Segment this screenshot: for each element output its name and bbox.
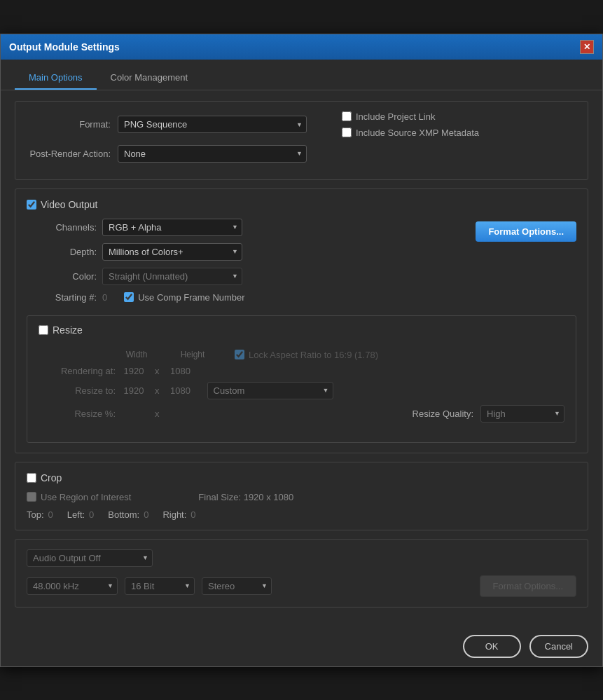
top-coord: Top: 0 bbox=[27, 509, 53, 520]
include-project-link-label[interactable]: Include Project Link bbox=[342, 111, 479, 122]
lock-aspect-row: Lock Aspect Ratio to 16:9 (1.78) bbox=[235, 350, 564, 360]
resize-to-height: 1080 bbox=[167, 385, 195, 396]
crop-coords: Top: 0 Left: 0 Bottom: 0 Right: 0 bbox=[27, 509, 576, 520]
resize-grid: Width Height Lock Aspect Ratio to 16:9 (… bbox=[39, 344, 564, 434]
close-button[interactable]: ✕ bbox=[580, 40, 594, 54]
depth-label: Depth: bbox=[27, 247, 97, 257]
sample-rate-select[interactable]: 48.000 kHz bbox=[27, 577, 118, 595]
lock-aspect-checkbox[interactable] bbox=[235, 350, 244, 359]
use-roi-label[interactable]: Use Region of Interest bbox=[27, 492, 131, 502]
resize-header-row: Width Height Lock Aspect Ratio to 16:9 (… bbox=[39, 350, 564, 360]
color-select-wrapper: Straight (Unmatted) bbox=[102, 268, 242, 285]
format-options-button[interactable]: Format Options... bbox=[476, 221, 576, 242]
use-roi-checkbox[interactable] bbox=[27, 492, 36, 502]
rendering-at-row: Rendering at: 1920 x 1080 bbox=[39, 366, 564, 376]
final-size-text: Final Size: 1920 x 1080 bbox=[198, 492, 293, 502]
right-coord: Right: 0 bbox=[162, 509, 195, 520]
lock-aspect-text: Lock Aspect Ratio to 16:9 (1.78) bbox=[249, 350, 378, 360]
bottom-value: 0 bbox=[144, 509, 148, 520]
use-comp-frame-label[interactable]: Use Comp Frame Number bbox=[124, 292, 244, 303]
tab-main-options[interactable]: Main Options bbox=[15, 67, 97, 90]
sample-rate-wrapper: 48.000 kHz bbox=[27, 577, 118, 595]
channels-select-wrapper: RGB + Alpha bbox=[102, 219, 242, 236]
video-output-label: Video Output bbox=[41, 199, 97, 210]
video-output-checkbox-label[interactable]: Video Output bbox=[27, 199, 97, 210]
format-options-area: Format Options... bbox=[476, 219, 576, 242]
crop-checkbox[interactable] bbox=[27, 473, 36, 483]
channels-label: Channels: bbox=[27, 222, 97, 233]
audio-section: Audio Output Off 48.000 kHz 16 Bit bbox=[15, 539, 588, 608]
audio-format-options-button[interactable]: Format Options... bbox=[480, 575, 576, 597]
resize-custom-wrapper: Custom bbox=[207, 382, 333, 399]
include-source-xmp-label[interactable]: Include Source XMP Metadata bbox=[342, 128, 479, 138]
crop-header: Crop bbox=[27, 472, 576, 483]
lock-aspect-label[interactable]: Lock Aspect Ratio to 16:9 (1.78) bbox=[235, 350, 378, 360]
width-header: Width bbox=[116, 350, 158, 359]
resize-quality-select[interactable]: High bbox=[480, 405, 564, 423]
format-label: Format: bbox=[27, 119, 111, 130]
video-output-section: Video Output Channels: RGB + Alpha Dep bbox=[15, 188, 588, 453]
resize-to-width: 1920 bbox=[120, 385, 148, 396]
format-select[interactable]: PNG Sequence bbox=[118, 116, 307, 133]
video-fields: Channels: RGB + Alpha Depth: Millions of… bbox=[27, 219, 245, 310]
crop-label: Crop bbox=[41, 472, 62, 483]
resize-quality-row: Resize Quality: High bbox=[167, 405, 565, 423]
output-module-settings-dialog: Output Module Settings ✕ Main Options Co… bbox=[0, 34, 603, 667]
include-source-xmp-checkbox[interactable] bbox=[342, 128, 352, 137]
resize-custom-select[interactable]: Custom bbox=[207, 382, 333, 399]
tab-color-management[interactable]: Color Management bbox=[97, 67, 202, 90]
top-label: Top: bbox=[27, 509, 44, 520]
post-render-select[interactable]: None bbox=[118, 145, 307, 163]
audio-row1: Audio Output Off bbox=[27, 549, 576, 567]
resize-to-row: Resize to: 1920 x 1080 Custom bbox=[39, 382, 564, 399]
audio-channels-select[interactable]: Stereo bbox=[202, 577, 272, 595]
resize-percent-row: Resize %: x Resize Quality: High bbox=[39, 405, 564, 423]
title-bar: Output Module Settings ✕ bbox=[1, 34, 602, 60]
audio-row2: 48.000 kHz 16 Bit Stereo Format Options.… bbox=[27, 575, 576, 597]
dialog-body: Format: PNG Sequence Include Project Lin… bbox=[1, 90, 602, 626]
post-render-select-wrapper: None bbox=[118, 145, 307, 163]
resize-checkbox-label[interactable]: Resize bbox=[39, 324, 83, 336]
use-comp-frame-checkbox[interactable] bbox=[124, 292, 134, 302]
cancel-button[interactable]: Cancel bbox=[529, 635, 588, 658]
bit-depth-wrapper: 16 Bit bbox=[125, 577, 195, 595]
rendering-at-label: Rendering at: bbox=[39, 366, 116, 376]
starting-num-value: 0 bbox=[102, 292, 107, 303]
ok-button[interactable]: OK bbox=[463, 635, 521, 658]
right-label: Right: bbox=[162, 509, 186, 520]
resize-header: Resize bbox=[39, 324, 564, 336]
channels-select[interactable]: RGB + Alpha bbox=[102, 219, 242, 236]
bottom-coord: Bottom: 0 bbox=[108, 509, 148, 520]
audio-format-options-area: Format Options... bbox=[279, 575, 576, 597]
audio-output-wrapper: Audio Output Off bbox=[27, 549, 153, 567]
depth-select[interactable]: Millions of Colors+ bbox=[102, 243, 242, 261]
dialog-title: Output Module Settings bbox=[9, 41, 120, 53]
bottom-buttons: OK Cancel bbox=[1, 626, 602, 666]
crop-sub-row: Use Region of Interest Final Size: 1920 … bbox=[27, 492, 576, 502]
video-output-checkbox[interactable] bbox=[27, 200, 36, 210]
resize-percent-label: Resize %: bbox=[39, 409, 116, 419]
right-checks: Include Project Link Include Source XMP … bbox=[342, 111, 479, 138]
bit-depth-select[interactable]: 16 Bit bbox=[125, 577, 195, 595]
audio-output-select[interactable]: Audio Output Off bbox=[27, 549, 153, 567]
right-value: 0 bbox=[190, 509, 195, 520]
resize-quality-wrapper: High bbox=[480, 405, 564, 423]
top-value: 0 bbox=[48, 509, 53, 520]
render-height: 1080 bbox=[167, 366, 195, 376]
depth-select-wrapper: Millions of Colors+ bbox=[102, 243, 242, 261]
render-width: 1920 bbox=[120, 366, 148, 376]
format-section: Format: PNG Sequence Include Project Lin… bbox=[15, 101, 588, 180]
x-sep-2: x bbox=[155, 385, 160, 396]
resize-quality-label: Resize Quality: bbox=[413, 409, 473, 419]
audio-channels-wrapper: Stereo bbox=[202, 577, 272, 595]
include-project-link-checkbox[interactable] bbox=[342, 111, 352, 121]
resize-section: Resize Width Height Lock Aspect Ratio to… bbox=[27, 315, 576, 443]
color-label: Color: bbox=[27, 271, 97, 282]
crop-section: Crop Use Region of Interest Final Size: … bbox=[15, 462, 588, 530]
post-render-label: Post-Render Action: bbox=[27, 149, 111, 159]
crop-checkbox-label[interactable]: Crop bbox=[27, 472, 62, 483]
left-coord: Left: 0 bbox=[67, 509, 95, 520]
resize-checkbox[interactable] bbox=[39, 325, 48, 335]
x-sep-1: x bbox=[155, 366, 160, 376]
color-select[interactable]: Straight (Unmatted) bbox=[102, 268, 242, 285]
